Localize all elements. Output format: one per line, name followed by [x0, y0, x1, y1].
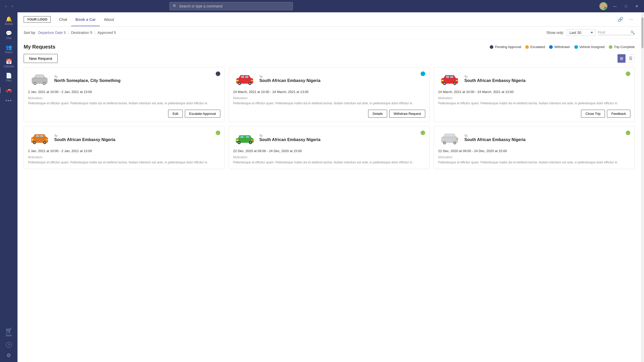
- svg-point-31: [44, 142, 46, 143]
- sidebar-item-chat[interactable]: 💬 Chat: [2, 29, 16, 42]
- status-dot-1: [216, 71, 220, 76]
- sort-separator-1: |: [68, 31, 69, 35]
- sidebar-item-teams[interactable]: 👥 Teams: [2, 43, 16, 56]
- card-top-6: To: South African Embassy Nigeria: [438, 131, 630, 146]
- escalate-approval-button-1[interactable]: Escalate Approval: [185, 110, 220, 118]
- car-image-1: [28, 71, 51, 87]
- back-button[interactable]: ‹: [3, 3, 8, 10]
- card-to-label-5: To:: [259, 134, 321, 137]
- vehicle-assigned-dot: [574, 45, 578, 49]
- sidebar-item-cars[interactable]: 🚗: [2, 85, 16, 95]
- requests-header: My Requests Pending Approval Escalated W…: [24, 44, 635, 50]
- svg-rect-26: [456, 80, 458, 81]
- escalated-dot: [525, 45, 529, 49]
- svg-rect-24: [450, 76, 453, 78]
- search-bar[interactable]: 🔍: [169, 2, 293, 10]
- sidebar-item-files[interactable]: 📄 Files: [2, 71, 16, 84]
- card-date-2: 24 March, 2021 at 10:00 - 24 March, 2021…: [233, 90, 425, 94]
- activity-icon: 🔔: [6, 16, 12, 22]
- search-icon: 🔍: [173, 4, 177, 8]
- card-destination-4: South African Embassy Nigeria: [54, 137, 115, 143]
- sidebar-item-more[interactable]: •••: [2, 96, 16, 105]
- svg-rect-15: [245, 76, 248, 78]
- find-input[interactable]: [598, 30, 629, 34]
- sidebar-item-help[interactable]: ?: [2, 340, 16, 350]
- sidebar-item-activity[interactable]: 🔔 Activity: [2, 14, 16, 27]
- pending-label: Pending Approval: [495, 45, 521, 49]
- request-card-6: To: South African Embassy Nigeria 22 Dec…: [434, 126, 635, 169]
- grid-view-button[interactable]: ⊞: [618, 54, 625, 63]
- svg-rect-32: [36, 135, 39, 137]
- sort-destination-button[interactable]: Destination ⇅: [71, 31, 93, 35]
- svg-rect-8: [40, 75, 43, 78]
- card-dest-4: To: South African Embassy Nigeria: [54, 134, 115, 143]
- scrollbar-track[interactable]: [641, 12, 644, 362]
- details-button-2[interactable]: Details: [368, 110, 387, 118]
- app-logo: YOUR LOGO: [24, 16, 51, 23]
- svg-point-13: [249, 83, 251, 84]
- card-motivation-text-6: Pellentesque et efficitur quam. Pellente…: [438, 160, 630, 165]
- card-motivation-text-4: Pellentesque et efficitur quam. Pellente…: [28, 160, 220, 165]
- withdrawn-dot: [549, 45, 553, 49]
- close-trip-button-3[interactable]: Close Trip: [581, 110, 605, 118]
- sidebar: 🔔 Activity 💬 Chat 👥 Teams 📅 Calendar 📄 F…: [0, 12, 17, 362]
- car-image-6: [438, 131, 461, 146]
- car-image-4: [28, 131, 51, 146]
- svg-point-22: [454, 83, 456, 84]
- sort-destination-label: Destination: [71, 31, 89, 35]
- svg-rect-25: [441, 80, 443, 81]
- card-date-4: 2 Jan, 2021 at 10:00 - 2 Jan, 2021 at 13…: [28, 149, 220, 153]
- forward-button[interactable]: ›: [10, 3, 15, 10]
- card-motivation-label-4: Motivation:: [28, 155, 220, 159]
- sidebar-item-settings[interactable]: ⚙: [2, 351, 16, 360]
- sort-approved-icon: ⇅: [114, 31, 116, 34]
- list-view-button[interactable]: ☰: [627, 54, 635, 63]
- svg-point-11: [239, 83, 240, 84]
- withdraw-request-button-2[interactable]: Withdraw Request: [389, 110, 425, 118]
- minimize-button[interactable]: —: [611, 3, 619, 9]
- find-icon: 🔍: [630, 30, 635, 34]
- scrollbar-thumb[interactable]: [641, 17, 643, 48]
- close-button[interactable]: ✕: [633, 3, 641, 9]
- tab-chat[interactable]: Chat: [55, 13, 71, 26]
- sort-approved-button[interactable]: Approved ⇅: [97, 31, 116, 35]
- help-icon: ?: [6, 342, 12, 348]
- svg-rect-34: [31, 139, 33, 140]
- status-legend: Pending Approval Escalated Withdrawn Veh…: [490, 45, 635, 49]
- new-request-button[interactable]: New Request: [24, 54, 58, 63]
- svg-point-29: [34, 142, 35, 143]
- sort-departure-date-button[interactable]: Departure Date ⇅: [38, 31, 66, 35]
- card-date-5: 22 Dec, 2020 at 09:00 - 24 Dec, 2020 at …: [233, 149, 425, 153]
- tab-book-a-car[interactable]: Book a Car: [71, 13, 100, 26]
- more-options-button[interactable]: ···: [628, 16, 635, 23]
- card-motivation-text-3: Pellentesque et efficitur quam. Pellente…: [438, 101, 630, 106]
- svg-point-49: [454, 142, 456, 144]
- feedback-button-3[interactable]: Feedback: [607, 110, 630, 118]
- card-top-3: To: South African Embassy Nigeria: [438, 71, 630, 87]
- tab-about[interactable]: About: [100, 13, 118, 26]
- show-only-area: Show only: Last 30 Last 7 days All 🔍: [547, 29, 635, 36]
- find-area: 🔍: [598, 30, 635, 35]
- show-only-select[interactable]: Last 30 Last 7 days All: [567, 29, 595, 36]
- sort-departure-date-label: Departure Date: [38, 31, 63, 35]
- card-to-label-2: To:: [259, 75, 321, 78]
- sidebar-item-calendar[interactable]: 📅 Calendar: [2, 57, 16, 70]
- search-input[interactable]: [179, 4, 289, 8]
- svg-rect-53: [456, 139, 458, 140]
- svg-point-47: [444, 142, 445, 144]
- card-top-2: To: South African Embassy Nigeria: [233, 71, 425, 87]
- request-card-3: To: South African Embassy Nigeria 24 Mar…: [434, 67, 635, 122]
- my-requests-title: My Requests: [24, 44, 55, 50]
- sidebar-item-store[interactable]: 🛒 Store: [2, 326, 16, 339]
- card-dest-6: To: South African Embassy Nigeria: [464, 134, 525, 143]
- svg-point-6: [43, 83, 45, 84]
- maximize-button[interactable]: □: [622, 3, 630, 9]
- request-card-4: To: South African Embassy Nigeria 2 Jan,…: [24, 126, 225, 169]
- svg-point-40: [250, 142, 251, 143]
- card-motivation-text-2: Pellentesque et efficitur quam. Pellente…: [233, 101, 425, 106]
- request-card-2: To: South African Embassy Nigeria 24 Mar…: [229, 67, 430, 122]
- cards-area: My Requests Pending Approval Escalated W…: [17, 39, 641, 362]
- edit-button-1[interactable]: Edit: [168, 110, 183, 118]
- status-dot-4: [216, 131, 220, 135]
- open-external-button[interactable]: 🔗: [616, 16, 625, 23]
